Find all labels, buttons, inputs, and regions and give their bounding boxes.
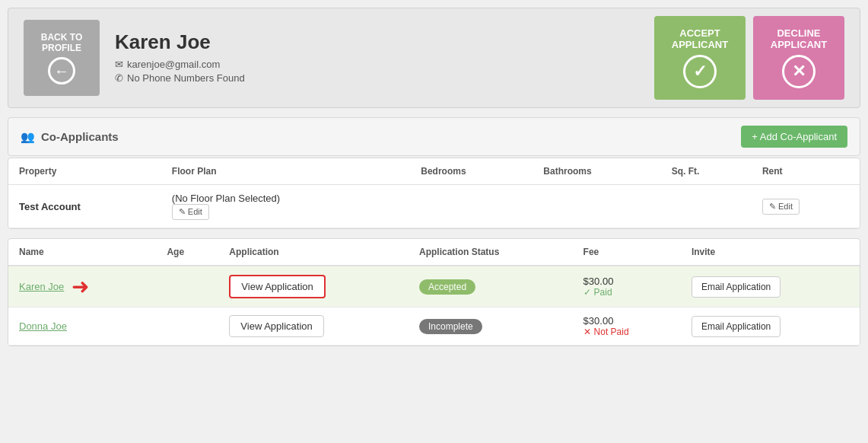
applicant-name-cell: Karen Joe ➜ (8, 266, 156, 308)
col-application: Application (218, 239, 409, 266)
email-application-button-donna[interactable]: Email Application (692, 316, 781, 337)
status-badge-incomplete: Incomplete (419, 319, 482, 334)
email-icon (115, 59, 123, 70)
accept-label: ACCEPTAPPLICANT (672, 27, 728, 50)
back-label-line1: BACK TO (41, 32, 82, 43)
back-arrow-icon: ← (48, 57, 75, 84)
age-cell-1 (156, 266, 218, 308)
view-application-cell-1: View Application (218, 266, 409, 308)
bedrooms-value (410, 185, 533, 228)
add-co-applicant-button[interactable]: + Add Co-Applicant (741, 126, 847, 148)
applicant-link-donna[interactable]: Donna Joe (19, 320, 67, 332)
back-to-profile-button[interactable]: BACK TO PROFILE ← (24, 20, 100, 96)
status-cell-1: Accepted (409, 266, 573, 308)
fee-amount-1: $30.00 (583, 276, 670, 287)
table-row: Karen Joe ➜ View Application Accepted $3… (8, 266, 860, 308)
x-icon: ✕ (583, 327, 591, 337)
accept-applicant-button[interactable]: ACCEPTAPPLICANT ✓ (654, 16, 746, 100)
col-bathrooms: Bathrooms (533, 158, 660, 185)
fee-status-not-paid: ✕ Not Paid (583, 327, 670, 337)
accept-icon: ✓ (683, 55, 717, 88)
col-floor-plan: Floor Plan (161, 158, 410, 185)
floor-plan-value: (No Floor Plan Selected) ✎ Edit (161, 185, 410, 228)
co-applicants-bar: 👥 Co-Applicants + Add Co-Applicant (8, 117, 860, 156)
age-cell-2 (156, 308, 218, 346)
header-section: BACK TO PROFILE ← Karen Joe karenjoe@gma… (8, 8, 860, 108)
view-application-button-donna[interactable]: View Application (229, 315, 323, 337)
people-icon: 👥 (21, 130, 35, 144)
table-row: Test Account (No Floor Plan Selected) ✎ … (8, 185, 860, 228)
col-rent: Rent (752, 158, 860, 185)
fee-status-paid: ✓ Paid (583, 287, 670, 298)
col-name: Name (8, 239, 156, 266)
col-sqft: Sq. Ft. (661, 158, 752, 185)
property-name: Test Account (8, 185, 161, 228)
status-badge-accepted: Accepted (419, 279, 475, 295)
table-row: Donna Joe View Application Incomplete $3… (8, 308, 860, 346)
rent-value: ✎ Edit (752, 185, 860, 228)
edit-rent-button[interactable]: ✎ Edit (762, 199, 800, 215)
view-application-button-karen[interactable]: View Application (229, 275, 325, 298)
edit-floor-plan-button[interactable]: ✎ Edit (172, 204, 209, 220)
property-table-section: Property Floor Plan Bedrooms Bathrooms S… (8, 158, 860, 229)
email-application-button-karen[interactable]: Email Application (692, 276, 781, 298)
bathrooms-value (533, 185, 660, 228)
col-bedrooms: Bedrooms (410, 158, 533, 185)
col-invite: Invite (681, 239, 860, 266)
red-arrow-icon: ➜ (72, 274, 89, 299)
co-applicants-title: 👥 Co-Applicants (21, 130, 119, 144)
applicant-name-cell-2: Donna Joe (8, 308, 156, 346)
decline-label: DECLINEAPPLICANT (771, 27, 827, 50)
property-table: Property Floor Plan Bedrooms Bathrooms S… (8, 158, 860, 228)
col-app-status: Application Status (409, 239, 573, 266)
applicant-link-karen[interactable]: Karen Joe (19, 281, 64, 292)
fee-cell-1: $30.00 ✓ Paid (573, 266, 681, 308)
fee-cell-2: $30.00 ✕ Not Paid (573, 308, 681, 346)
col-property: Property (8, 158, 161, 185)
phone-icon (115, 72, 123, 84)
status-cell-2: Incomplete (409, 308, 573, 346)
view-application-cell-2: View Application (218, 308, 409, 346)
applicants-table-section: Name Age Application Application Status … (8, 238, 860, 346)
check-icon: ✓ (583, 287, 591, 298)
back-label-line2: PROFILE (42, 43, 81, 53)
invite-cell-2: Email Application (681, 308, 860, 346)
applicants-table: Name Age Application Application Status … (8, 239, 860, 346)
invite-cell-1: Email Application (681, 266, 860, 308)
sqft-value (661, 185, 752, 228)
decline-icon: ✕ (782, 55, 816, 88)
col-age: Age (156, 239, 218, 266)
page-wrapper: BACK TO PROFILE ← Karen Joe karenjoe@gma… (0, 0, 868, 443)
header-actions: ACCEPTAPPLICANT ✓ DECLINEAPPLICANT ✕ (654, 16, 844, 100)
decline-applicant-button[interactable]: DECLINEAPPLICANT ✕ (753, 16, 844, 100)
col-fee: Fee (573, 239, 681, 266)
fee-amount-2: $30.00 (583, 315, 670, 327)
